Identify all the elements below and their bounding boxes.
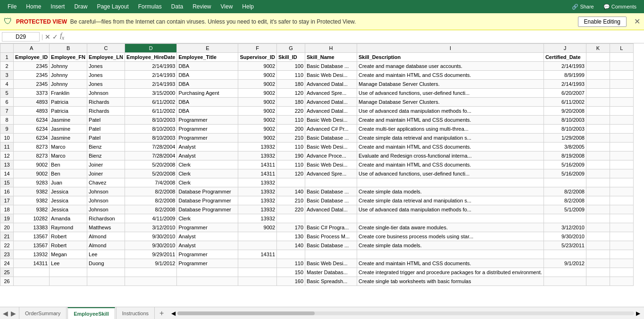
- cell-G10[interactable]: 210: [277, 134, 305, 143]
- cell-B18[interactable]: Jessica: [50, 205, 87, 214]
- cell-G4[interactable]: 180: [277, 80, 305, 89]
- cell-H16[interactable]: Basic Database ...: [305, 187, 357, 196]
- cell-I22[interactable]: Create simple data models.: [357, 241, 544, 250]
- menu-item-draw[interactable]: Draw: [70, 2, 91, 11]
- cell-E7[interactable]: DBA: [177, 107, 238, 116]
- cell-F4[interactable]: 9002: [238, 80, 277, 89]
- cell-J19[interactable]: [544, 214, 586, 223]
- cell-K10[interactable]: [586, 134, 610, 143]
- cell-K23[interactable]: [586, 250, 610, 259]
- cell-D18[interactable]: 8/2/2008: [125, 205, 177, 214]
- cell-A12[interactable]: 8273: [14, 151, 50, 160]
- cell-A13[interactable]: 9002: [14, 160, 50, 169]
- cell-B22[interactable]: Robert: [50, 241, 87, 250]
- cell-D17[interactable]: 8/2/2008: [125, 196, 177, 205]
- cell-B1[interactable]: Employee_FN: [50, 53, 87, 62]
- cell-J15[interactable]: [544, 178, 586, 187]
- cell-L13[interactable]: [610, 160, 633, 169]
- cell-F15[interactable]: 13932: [238, 178, 277, 187]
- cell-C4[interactable]: Jones: [87, 80, 125, 89]
- cell-L19[interactable]: [610, 214, 633, 223]
- cell-E13[interactable]: Clerk: [177, 160, 238, 169]
- cell-E23[interactable]: Programmer: [177, 250, 238, 259]
- cell-E17[interactable]: Database Programmer: [177, 196, 238, 205]
- cell-F13[interactable]: 14311: [238, 160, 277, 169]
- cell-B19[interactable]: Amanda: [50, 214, 87, 223]
- cell-A14[interactable]: 9002: [14, 169, 50, 178]
- cell-D6[interactable]: 6/11/2002: [125, 98, 177, 107]
- cell-J12[interactable]: 8/19/2008: [544, 151, 586, 160]
- cell-C15[interactable]: Chavez: [87, 178, 125, 187]
- cell-J2[interactable]: 2/14/1993: [544, 62, 586, 71]
- cell-B24[interactable]: Lee: [50, 259, 87, 268]
- menu-item-home[interactable]: Home: [22, 2, 45, 11]
- cell-L7[interactable]: [610, 107, 633, 116]
- cell-K20[interactable]: [586, 223, 610, 232]
- col-header-G[interactable]: G: [277, 44, 305, 53]
- cell-E11[interactable]: Analyst: [177, 143, 238, 151]
- cell-D4[interactable]: 2/14/1993: [125, 80, 177, 89]
- cell-D1[interactable]: Employee_HireDate: [125, 53, 177, 62]
- cell-L24[interactable]: [610, 259, 633, 268]
- cell-I2[interactable]: Create and manage database user accounts…: [357, 62, 544, 71]
- cell-C7[interactable]: Richards: [87, 107, 125, 116]
- col-header-A[interactable]: A: [14, 44, 50, 53]
- cell-F5[interactable]: 9002: [238, 89, 277, 98]
- cell-B16[interactable]: Jessica: [50, 187, 87, 196]
- cell-H4[interactable]: Advanced Datal...: [305, 80, 357, 89]
- col-header-F[interactable]: F: [238, 44, 277, 53]
- cell-I1[interactable]: Skill_Description: [357, 53, 544, 62]
- cell-J5[interactable]: 6/20/2007: [544, 89, 586, 98]
- cell-I10[interactable]: Create simple data retrieval and manipul…: [357, 134, 544, 143]
- cell-L25[interactable]: [610, 268, 633, 277]
- cell-A6[interactable]: 4893: [14, 98, 50, 107]
- cell-F1[interactable]: Supervisor_ID: [238, 53, 277, 62]
- cell-B6[interactable]: Patricia: [50, 98, 87, 107]
- cell-A8[interactable]: 6234: [14, 116, 50, 125]
- cell-J22[interactable]: 5/23/2011: [544, 241, 586, 250]
- cell-J11[interactable]: 3/8/2005: [544, 143, 586, 151]
- sheet-area[interactable]: A B C D E F G H I J K L 1 Emp: [0, 43, 644, 307]
- cell-H19[interactable]: [305, 214, 357, 223]
- cell-B7[interactable]: Patricia: [50, 107, 87, 116]
- cell-F11[interactable]: 13932: [238, 143, 277, 151]
- cell-C20[interactable]: Matthews: [87, 223, 125, 232]
- cell-A5[interactable]: 3373: [14, 89, 50, 98]
- cell-K3[interactable]: [586, 71, 610, 80]
- cell-L15[interactable]: [610, 178, 633, 187]
- cell-reference-box[interactable]: [2, 32, 40, 42]
- cell-L6[interactable]: [610, 98, 633, 107]
- cell-F7[interactable]: 9002: [238, 107, 277, 116]
- cell-F18[interactable]: 13932: [238, 205, 277, 214]
- cell-G16[interactable]: 140: [277, 187, 305, 196]
- cell-J26[interactable]: [544, 277, 586, 286]
- scroll-right-icon[interactable]: ▶: [636, 310, 640, 317]
- cell-E5[interactable]: Purchasing Agent: [177, 89, 238, 98]
- cell-K11[interactable]: [586, 143, 610, 151]
- cell-H20[interactable]: Basic C# Progra...: [305, 223, 357, 232]
- cell-L10[interactable]: [610, 134, 633, 143]
- cell-G22[interactable]: 140: [277, 241, 305, 250]
- cell-A19[interactable]: 10282: [14, 214, 50, 223]
- cell-G15[interactable]: [277, 178, 305, 187]
- cell-J16[interactable]: 8/2/2008: [544, 187, 586, 196]
- cell-J6[interactable]: 6/11/2002: [544, 98, 586, 107]
- tab-scroll-right-button[interactable]: ▶: [10, 310, 17, 317]
- cell-H9[interactable]: Advanced C# Pr...: [305, 125, 357, 134]
- cell-G12[interactable]: 190: [277, 151, 305, 160]
- menu-item-insert[interactable]: Insert: [47, 2, 68, 11]
- cell-H22[interactable]: Basic Database ...: [305, 241, 357, 250]
- cell-B25[interactable]: [50, 268, 87, 277]
- col-header-I[interactable]: I: [357, 44, 544, 53]
- cell-H11[interactable]: Basic Web Desi...: [305, 143, 357, 151]
- cell-A22[interactable]: 13567: [14, 241, 50, 250]
- menu-item-formulas[interactable]: Formulas: [134, 2, 166, 11]
- cell-J4[interactable]: 2/14/1993: [544, 80, 586, 89]
- col-header-E[interactable]: E: [177, 44, 238, 53]
- cell-J10[interactable]: 1/29/2008: [544, 134, 586, 143]
- cell-K8[interactable]: [586, 116, 610, 125]
- cell-F24[interactable]: [238, 259, 277, 268]
- tab-instructions[interactable]: Instructions: [116, 307, 155, 319]
- cell-C10[interactable]: Patel: [87, 134, 125, 143]
- cell-J24[interactable]: 9/1/2012: [544, 259, 586, 268]
